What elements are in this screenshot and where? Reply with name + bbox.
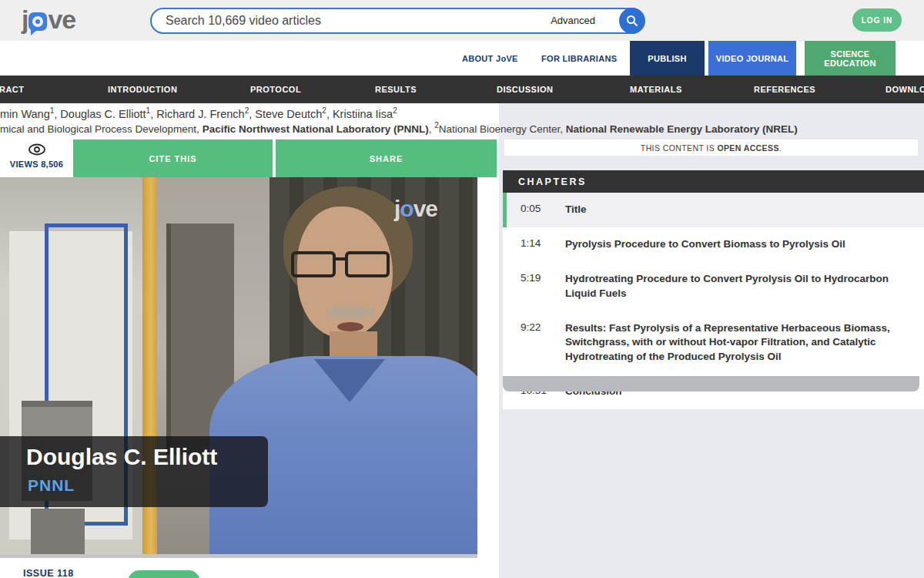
views-eye-icon bbox=[0, 143, 73, 156]
nav-button-publish[interactable]: PUBLISH bbox=[630, 41, 705, 76]
views-box: VIEWS 8,506 bbox=[0, 139, 73, 177]
jove-logo[interactable]: jve bbox=[22, 5, 75, 35]
issue-label[interactable]: ISSUE 118 bbox=[23, 568, 74, 578]
speaker-mustache bbox=[326, 307, 374, 318]
author-name[interactable]: min Wang bbox=[0, 108, 50, 120]
search-button[interactable] bbox=[619, 8, 645, 34]
chapters-header: CHAPTERS bbox=[503, 170, 924, 193]
article-nav-introduction[interactable]: INTRODUCTION bbox=[108, 76, 177, 103]
article-nav-results[interactable]: RESULTS bbox=[375, 76, 417, 103]
chapter-row[interactable]: 1:14Pyrolysis Procedure to Convert Bioma… bbox=[503, 227, 924, 262]
video-player[interactable]: jove Douglas C. Elliott PNNL bbox=[0, 177, 477, 554]
chapter-timestamp: 0:05 bbox=[521, 203, 553, 217]
speaker-collar bbox=[314, 359, 385, 402]
article-nav-references[interactable]: REFERENCES bbox=[754, 76, 815, 103]
article-nav-discussion[interactable]: DISCUSSION bbox=[497, 76, 553, 103]
logo-ve: ve bbox=[48, 5, 75, 35]
article-nav-abstract[interactable]: ABSTRACT bbox=[0, 76, 25, 103]
chapter-title: Pyrolysis Procedure to Convert Biomass t… bbox=[565, 237, 845, 252]
secondary-nav: ABOUT JoVEFOR LIBRARIANSPUBLISHVIDEO JOU… bbox=[0, 41, 924, 76]
logo-j: j bbox=[22, 5, 28, 35]
top-header: jve Advanced LOG IN bbox=[0, 0, 924, 41]
speaker-lower-third: Douglas C. Elliott PNNL bbox=[0, 436, 268, 507]
author-name[interactable]: Steve Deutch bbox=[255, 108, 322, 120]
author-name[interactable]: Richard J. French bbox=[156, 108, 244, 120]
speaker-name: Douglas C. Elliott bbox=[26, 444, 217, 470]
video-bottom-edge bbox=[0, 554, 477, 558]
chapter-title: Results: Fast Pyrolysis of a Representat… bbox=[565, 321, 901, 365]
authors-line: min Wang1, Douglas C. Elliott1, Richard … bbox=[0, 106, 924, 120]
author-name[interactable]: Douglas C. Elliott bbox=[60, 108, 146, 120]
article-nav-materials[interactable]: MATERIALS bbox=[630, 76, 682, 103]
open-access-banner: THIS CONTENT IS OPEN ACCESS. bbox=[504, 139, 918, 156]
chapter-row[interactable]: 5:19Hydrotreating Procedure to Convert P… bbox=[503, 262, 924, 311]
affiliations-line: mical and Biological Process Development… bbox=[0, 121, 924, 135]
video-scene-equipment-2 bbox=[31, 509, 85, 554]
chapter-title: Title bbox=[565, 203, 587, 217]
advanced-search-link[interactable]: Advanced bbox=[551, 15, 595, 26]
speaker-org: PNNL bbox=[28, 476, 75, 495]
bottom-green-button[interactable] bbox=[128, 570, 200, 578]
chapter-row[interactable]: 9:22Results: Fast Pyrolysis of a Represe… bbox=[503, 311, 924, 375]
search-input[interactable] bbox=[166, 11, 566, 31]
article-section-nav: ABSTRACTINTRODUCTIONPROTOCOLRESULTSDISCU… bbox=[0, 76, 924, 103]
jove-watermark: jove bbox=[394, 196, 437, 222]
nav-button-science-education[interactable]: SCIENCE EDUCATION bbox=[805, 41, 896, 76]
author-name[interactable]: Kristiina Iisa bbox=[333, 108, 393, 120]
article-nav-download[interactable]: DOWNLOAD bbox=[886, 76, 924, 103]
search-icon bbox=[626, 15, 638, 27]
nav-link-about-jove[interactable]: ABOUT JoVE bbox=[462, 41, 518, 76]
views-count: VIEWS 8,506 bbox=[0, 160, 73, 169]
article-nav-protocol[interactable]: PROTOCOL bbox=[250, 76, 301, 103]
nav-button-video-journal[interactable]: VIDEO JOURNAL bbox=[708, 41, 796, 76]
chapter-timestamp: 1:14 bbox=[521, 237, 553, 252]
speaker-glasses bbox=[291, 251, 399, 279]
chapters-scrollbar[interactable] bbox=[503, 376, 919, 391]
chapter-timestamp: 5:19 bbox=[521, 272, 553, 301]
login-button[interactable]: LOG IN bbox=[852, 8, 902, 32]
logo-speech-bubble-icon bbox=[28, 12, 47, 31]
speaker-mouth bbox=[337, 322, 363, 331]
nav-link-for-librarians[interactable]: FOR LIBRARIANS bbox=[541, 41, 617, 76]
cite-this-button[interactable]: CITE THIS bbox=[73, 139, 273, 177]
search-bar: Advanced bbox=[150, 8, 644, 34]
page: jve Advanced LOG IN ABOUT JoVEFOR LIBRAR… bbox=[0, 0, 924, 578]
share-button[interactable]: SHARE bbox=[276, 139, 497, 177]
chapter-row[interactable]: 0:05Title bbox=[503, 193, 924, 227]
chapter-title: Hydrotreating Procedure to Convert Pyrol… bbox=[565, 272, 901, 301]
chapter-timestamp: 9:22 bbox=[521, 321, 553, 365]
